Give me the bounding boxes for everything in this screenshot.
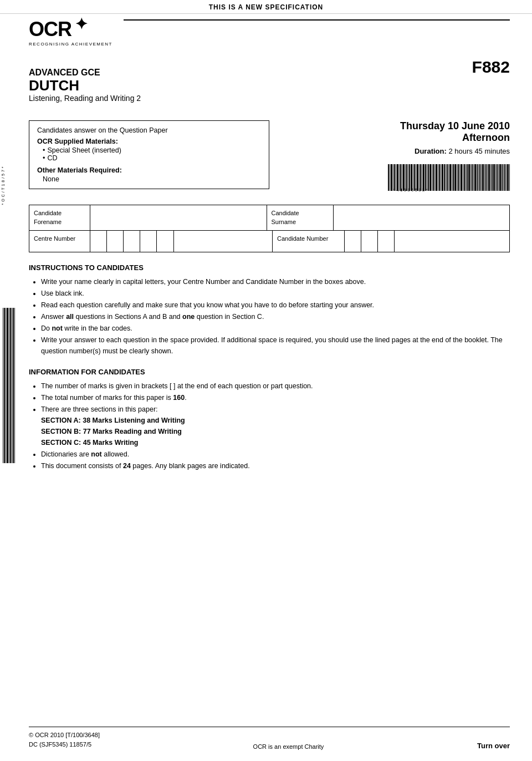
exam-code: F882	[472, 58, 510, 77]
svg-rect-36	[429, 164, 431, 191]
date-section: Thursday 10 June 2010 Afternoon Duration…	[286, 120, 510, 194]
svg-rect-27	[416, 164, 416, 191]
svg-rect-60	[467, 164, 468, 191]
surname-input-area	[334, 205, 510, 230]
info-4: Dictionaries are not allowed.	[41, 449, 510, 460]
svg-rect-6	[12, 308, 12, 463]
candidate-number-boxes	[345, 231, 411, 252]
candidate-box-2	[361, 231, 378, 252]
svg-rect-38	[433, 164, 434, 191]
bold-24: 24	[123, 462, 131, 470]
barcode-label-left: * O C / T 1 8 / 5 7 *	[1, 166, 5, 205]
section-b: SECTION B: 77 Marks Reading and Writing	[41, 428, 182, 435]
svg-rect-78	[495, 164, 496, 191]
svg-rect-45	[444, 164, 445, 191]
svg-rect-50	[452, 164, 452, 191]
svg-rect-7	[13, 308, 14, 463]
svg-rect-53	[457, 164, 457, 191]
svg-rect-15	[397, 164, 398, 191]
instruction-4: Answer all questions in Sections A and B…	[41, 311, 510, 322]
ocr-tagline: RECOGNISING ACHIEVEMENT	[29, 42, 112, 47]
instructions-section: INSTRUCTIONS TO CANDIDATES Write your na…	[29, 263, 510, 357]
svg-rect-64	[473, 164, 474, 191]
barcode-left: * O C / T 1 8 / 5 7 *	[0, 14, 18, 757]
exam-date: Thursday 10 June 2010 Afternoon	[286, 120, 510, 144]
svg-rect-18	[402, 164, 402, 191]
header-section: OCR ✦ RECOGNISING ACHIEVEMENT	[29, 19, 510, 47]
svg-rect-8	[14, 308, 15, 463]
svg-rect-84	[504, 164, 505, 191]
svg-rect-33	[425, 164, 426, 191]
svg-text:* 4 1 5 3 6 5 3 2 *: * 4 1 5 3 6 5 3 2 *	[393, 187, 428, 192]
centre-candidate-row: Centre Number Candidate Number	[29, 231, 510, 252]
instruction-6: Write your answer to each question in th…	[41, 334, 510, 357]
instruction-2: Use black ink.	[41, 288, 510, 299]
instructions-title: INSTRUCTIONS TO CANDIDATES	[29, 263, 510, 272]
title-section: ADVANCED GCE DUTCH Listening, Reading an…	[29, 68, 141, 103]
ocr-logo: OCR ✦	[29, 19, 88, 39]
svg-rect-77	[493, 164, 495, 191]
svg-rect-4	[9, 308, 9, 463]
svg-rect-56	[461, 164, 462, 191]
svg-rect-2	[6, 308, 6, 463]
centre-number-label: Centre Number	[29, 231, 90, 252]
svg-rect-34	[427, 164, 427, 191]
candidate-box-1	[345, 231, 361, 252]
svg-rect-29	[419, 164, 420, 191]
instruction-5: Do not write in the bar codes.	[41, 323, 510, 334]
page-footer: © OCR 2010 [T/100/3648] DC (SJF5345) 118…	[29, 727, 510, 750]
svg-rect-51	[453, 164, 454, 191]
svg-rect-52	[454, 164, 456, 191]
subject-subtitle: Listening, Reading and Writing 2	[29, 94, 141, 103]
svg-rect-73	[487, 164, 488, 191]
footer-turn-over: Turn over	[477, 742, 510, 750]
svg-rect-42	[439, 164, 440, 191]
svg-rect-46	[446, 164, 446, 191]
centre-box-5	[157, 231, 173, 252]
info-2: The total number of marks for this paper…	[41, 392, 510, 403]
instructions-list: Write your name clearly in capital lette…	[41, 276, 510, 357]
svg-rect-41	[438, 164, 438, 191]
svg-rect-48	[448, 164, 449, 191]
centre-box-2	[107, 231, 124, 252]
svg-rect-22	[408, 164, 408, 191]
barcode-right: * 4 1 5 3 6 5 3 2 *	[286, 163, 510, 194]
svg-rect-23	[409, 164, 410, 191]
forename-input-area	[90, 205, 267, 230]
svg-rect-68	[479, 164, 480, 191]
candidate-number-label: Candidate Number	[273, 231, 345, 252]
centre-box-4	[140, 231, 157, 252]
svg-rect-26	[414, 164, 415, 191]
svg-rect-39	[434, 164, 435, 191]
logo-area: OCR ✦ RECOGNISING ACHIEVEMENT	[29, 19, 112, 47]
forename-label: CandidateForename	[29, 205, 90, 230]
bold-not-2: not	[91, 450, 101, 458]
svg-rect-86	[507, 164, 509, 191]
svg-rect-80	[498, 164, 499, 191]
svg-rect-79	[497, 164, 498, 191]
svg-rect-12	[393, 164, 393, 191]
info-5: This document consists of 24 pages. Any …	[41, 460, 510, 471]
svg-rect-14	[396, 164, 396, 191]
bold-160: 160	[173, 394, 185, 402]
svg-rect-11	[391, 164, 392, 191]
svg-rect-9	[388, 164, 389, 191]
svg-rect-59	[466, 164, 466, 191]
svg-rect-65	[474, 164, 476, 191]
svg-rect-21	[406, 164, 407, 191]
svg-rect-87	[509, 164, 510, 191]
centre-spacer	[174, 231, 273, 252]
svg-rect-35	[428, 164, 429, 191]
svg-rect-58	[464, 164, 465, 191]
svg-rect-67	[478, 164, 479, 191]
title-row: ADVANCED GCE DUTCH Listening, Reading an…	[29, 58, 510, 109]
svg-rect-70	[482, 164, 484, 191]
ocr-name: OCR	[29, 19, 71, 39]
footer-left: © OCR 2010 [T/100/3648] DC (SJF5345) 118…	[29, 730, 100, 750]
svg-rect-75	[490, 164, 491, 191]
svg-rect-13	[394, 164, 395, 191]
surname-label: CandidateSurname	[267, 205, 334, 230]
section-c: SECTION C: 45 Marks Writing	[41, 439, 139, 447]
svg-rect-74	[488, 164, 490, 191]
svg-rect-5	[10, 308, 11, 463]
